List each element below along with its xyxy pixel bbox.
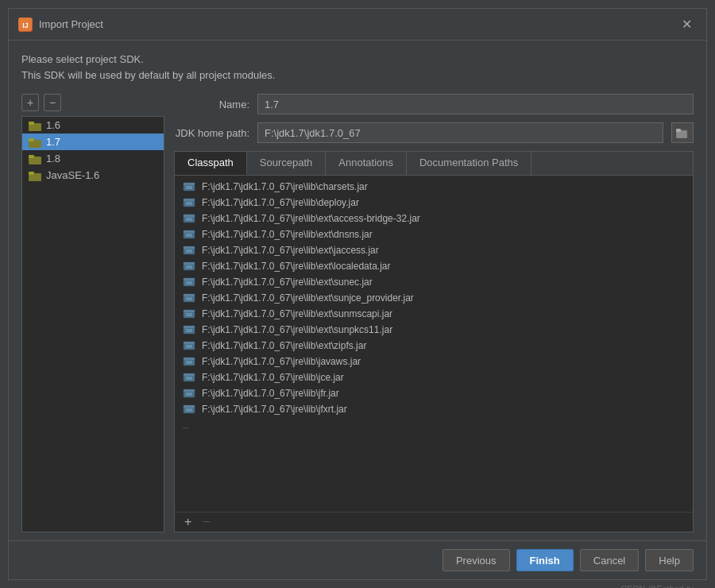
jar-list: F:\jdk1.7\jdk1.7.0_67\jre\lib\charsets.j… — [175, 176, 693, 420]
title-bar: IJ Import Project ✕ — [9, 9, 706, 41]
jar-item[interactable]: F:\jdk1.7\jdk1.7.0_67\jre\lib\ext\sunmsc… — [175, 306, 693, 322]
jar-item[interactable]: F:\jdk1.7\jdk1.7.0_67\jre\lib\ext\sunpkc… — [175, 322, 693, 338]
list-remove-button[interactable]: − — [199, 516, 213, 528]
jar-path: F:\jdk1.7\jdk1.7.0_67\jre\lib\ext\locale… — [202, 261, 390, 272]
jar-icon — [183, 213, 195, 224]
list-toolbar: + − — [175, 512, 693, 532]
dialog-footer: Previous Finish Cancel Help CSDN @Esther… — [9, 540, 706, 579]
tree-item-1.8[interactable]: 1.8 — [22, 150, 164, 167]
right-panel: Name: JDK home path: — [174, 94, 694, 532]
tabs-header: Classpath Sourcepath Annotations Documen… — [175, 152, 693, 176]
jar-icon — [183, 324, 195, 335]
svg-rect-17 — [184, 199, 195, 201]
jar-icon — [183, 245, 195, 256]
folder-icon — [29, 137, 41, 147]
jar-path: F:\jdk1.7\jdk1.7.0_67\jre\lib\jfr.jar — [202, 388, 339, 399]
jar-path: F:\jdk1.7\jdk1.7.0_67\jre\lib\ext\access… — [202, 213, 420, 224]
app-icon: IJ — [18, 17, 33, 32]
jar-item[interactable]: F:\jdk1.7\jdk1.7.0_67\jre\lib\ext\sunec.… — [175, 274, 693, 290]
list-add-button[interactable]: + — [181, 516, 195, 528]
folder-icon — [29, 121, 41, 130]
jar-item[interactable]: F:\jdk1.7\jdk1.7.0_67\jre\lib\ext\sunjce… — [175, 290, 693, 306]
folder-icon — [29, 171, 41, 180]
jar-path: F:\jdk1.7\jdk1.7.0_67\jre\lib\jfxrt.jar — [202, 404, 347, 415]
name-input[interactable] — [257, 94, 694, 114]
svg-rect-65 — [184, 389, 195, 392]
jar-item[interactable]: F:\jdk1.7\jdk1.7.0_67\jre\lib\javaws.jar — [175, 354, 693, 369]
content-area: + − 1.6 1.7 — [21, 94, 694, 532]
help-button[interactable]: Help — [645, 549, 694, 571]
tree-toolbar: + − — [21, 94, 164, 111]
close-button[interactable]: ✕ — [677, 15, 697, 33]
previous-button[interactable]: Previous — [443, 549, 510, 571]
jar-icon — [183, 261, 195, 272]
tree-item-javase-1.6[interactable]: JavaSE-1.6 — [22, 167, 164, 184]
dialog-body: Please select project SDK. This SDK will… — [9, 41, 706, 540]
svg-rect-11 — [676, 129, 681, 132]
tabs-container: Classpath Sourcepath Annotations Documen… — [174, 151, 694, 532]
jar-item[interactable]: F:\jdk1.7\jdk1.7.0_67\jre\lib\deploy.jar — [175, 195, 693, 211]
tree-add-button[interactable]: + — [21, 94, 39, 111]
dialog-title: Import Project — [39, 18, 103, 30]
tab-classpath[interactable]: Classpath — [175, 152, 247, 175]
tree-label: 1.7 — [46, 136, 60, 148]
jar-path: F:\jdk1.7\jdk1.7.0_67\jre\lib\javaws.jar — [202, 356, 361, 367]
jar-icon — [183, 181, 195, 192]
jar-path: F:\jdk1.7\jdk1.7.0_67\jre\lib\jce.jar — [202, 372, 344, 383]
tab-content-classpath[interactable]: F:\jdk1.7\jdk1.7.0_67\jre\lib\charsets.j… — [175, 176, 693, 512]
jdk-label: JDK home path: — [174, 127, 249, 139]
tree-item-1.7[interactable]: 1.7 — [22, 133, 164, 150]
jar-item[interactable]: F:\jdk1.7\jdk1.7.0_67\jre\lib\ext\access… — [175, 211, 693, 226]
jar-item[interactable]: F:\jdk1.7\jdk1.7.0_67\jre\lib\ext\dnsns.… — [175, 226, 693, 242]
name-label: Name: — [174, 99, 249, 110]
svg-rect-69 — [184, 405, 195, 408]
jar-item[interactable]: F:\jdk1.7\jdk1.7.0_67\jre\lib\jfr.jar — [175, 385, 693, 401]
cancel-button[interactable]: Cancel — [580, 549, 639, 571]
folder-icon — [29, 154, 41, 164]
jar-path: F:\jdk1.7\jdk1.7.0_67\jre\lib\deploy.jar — [202, 197, 359, 208]
jar-icon — [183, 277, 195, 288]
description-line1: Please select project SDK. — [21, 52, 694, 68]
tree-remove-button[interactable]: − — [44, 94, 61, 111]
jar-item[interactable]: F:\jdk1.7\jdk1.7.0_67\jre\lib\ext\jacces… — [175, 242, 693, 258]
jar-path: F:\jdk1.7\jdk1.7.0_67\jre\lib\ext\sunmsc… — [202, 308, 392, 319]
jar-icon — [183, 308, 195, 319]
svg-rect-3 — [29, 122, 34, 125]
jar-path: F:\jdk1.7\jdk1.7.0_67\jre\lib\ext\sunjce… — [202, 292, 414, 304]
svg-rect-5 — [29, 138, 34, 141]
svg-rect-37 — [184, 278, 195, 280]
jar-path: F:\jdk1.7\jdk1.7.0_67\jre\lib\ext\sunec.… — [202, 277, 373, 288]
svg-rect-61 — [184, 373, 195, 376]
jar-icon — [183, 292, 195, 304]
jar-path: F:\jdk1.7\jdk1.7.0_67\jre\lib\ext\sunpkc… — [202, 324, 392, 335]
tab-documentation-paths[interactable]: Documentation Paths — [407, 152, 531, 175]
jar-item[interactable]: F:\jdk1.7\jdk1.7.0_67\jre\lib\jce.jar — [175, 369, 693, 385]
svg-rect-21 — [184, 215, 195, 217]
jar-icon — [183, 340, 195, 351]
finish-button[interactable]: Finish — [516, 549, 574, 571]
jdk-path-input[interactable] — [257, 122, 663, 143]
tab-annotations[interactable]: Annotations — [326, 152, 407, 175]
jar-path: F:\jdk1.7\jdk1.7.0_67\jre\lib\charsets.j… — [202, 181, 368, 192]
jar-item[interactable]: F:\jdk1.7\jdk1.7.0_67\jre\lib\charsets.j… — [175, 179, 693, 195]
import-project-dialog: IJ Import Project ✕ Please select projec… — [8, 8, 707, 580]
jdk-path-row: JDK home path: — [174, 122, 694, 143]
list-separator: -- — [175, 420, 693, 435]
svg-rect-25 — [184, 230, 195, 233]
tab-sourcepath[interactable]: Sourcepath — [247, 152, 327, 175]
tree-label: 1.8 — [46, 153, 60, 164]
svg-rect-49 — [184, 326, 195, 328]
description-line2: This SDK will be used by default by all … — [21, 68, 694, 83]
svg-rect-53 — [184, 342, 195, 344]
sdk-tree[interactable]: 1.6 1.7 1.8 — [21, 116, 164, 532]
jar-icon — [183, 388, 195, 399]
jar-item[interactable]: F:\jdk1.7\jdk1.7.0_67\jre\lib\ext\zipfs.… — [175, 338, 693, 354]
left-panel: + − 1.6 1.7 — [21, 94, 164, 532]
browse-button[interactable] — [671, 122, 694, 143]
jar-icon — [183, 404, 195, 415]
jar-item[interactable]: F:\jdk1.7\jdk1.7.0_67\jre\lib\jfxrt.jar — [175, 401, 693, 417]
jar-item[interactable]: F:\jdk1.7\jdk1.7.0_67\jre\lib\ext\locale… — [175, 258, 693, 274]
tree-item-1.6[interactable]: 1.6 — [22, 117, 164, 133]
jar-icon — [183, 229, 195, 240]
title-bar-left: IJ Import Project — [18, 17, 103, 32]
